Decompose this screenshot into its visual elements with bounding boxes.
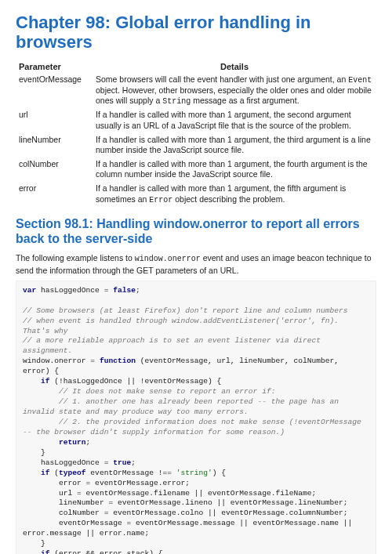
table-row: colNumber If a handler is called with mo… <box>16 158 376 182</box>
table-row: eventOrMessage Some browsers will call t… <box>16 73 376 109</box>
table-row: error If a handler is called with more t… <box>16 182 376 207</box>
table-row: lineNumber If a handler is called with m… <box>16 133 376 158</box>
table-row: url If a handler is called with more tha… <box>16 108 376 132</box>
th-details: Details <box>93 60 376 73</box>
parameters-table: Parameter Details eventOrMessage Some br… <box>16 60 376 207</box>
code-block: var hasLoggedOnce = false; // Some brows… <box>16 281 376 554</box>
th-param: Parameter <box>16 60 93 73</box>
section-title: Section 98.1: Handling window.onerror to… <box>16 216 376 246</box>
chapter-title: Chapter 98: Global error handling in bro… <box>16 13 376 53</box>
intro-paragraph: The following example listens to window.… <box>16 252 376 276</box>
